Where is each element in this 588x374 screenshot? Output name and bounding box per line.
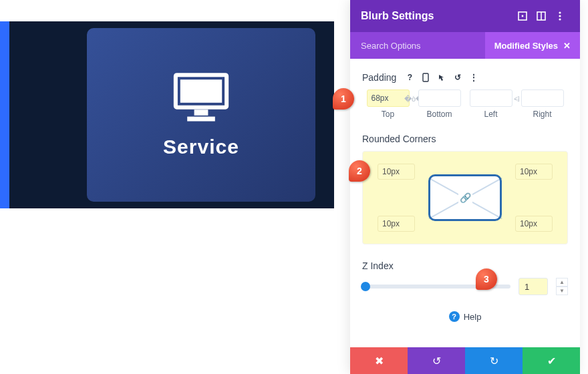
svg-rect-1	[180, 79, 222, 103]
padding-top-label: Top	[382, 110, 394, 119]
section-label: Padding	[362, 72, 396, 83]
svg-point-9	[559, 15, 561, 17]
link-corners-icon[interactable]: 🔗	[458, 191, 472, 204]
corner-tl-input[interactable]: 10px	[378, 164, 415, 180]
panel-subbar: Search Options Modified Styles ✕	[350, 32, 580, 59]
help-link[interactable]: ? Help	[362, 311, 568, 322]
blurb-card[interactable]: Service	[87, 28, 315, 202]
responsive-icon[interactable]	[419, 71, 432, 84]
padding-right-label: Right	[533, 110, 551, 119]
redo-button[interactable]: ↻	[465, 347, 523, 374]
svg-point-5	[522, 15, 524, 17]
cancel-button[interactable]: ✖	[350, 347, 408, 374]
help-badge-icon: ?	[449, 311, 460, 322]
annotation-3: 3	[476, 268, 497, 290]
card-title: Service	[163, 136, 239, 158]
panel-footer: ✖ ↺ ↻ ✔	[350, 347, 580, 374]
panel-layout-icon[interactable]	[532, 7, 551, 25]
padding-label-row: Padding ? ↺ ⋮	[362, 71, 568, 84]
chip-close-icon[interactable]: ✕	[563, 41, 571, 51]
zindex-stepper: ▲ ▼	[556, 278, 568, 295]
expand-icon[interactable]	[513, 7, 532, 25]
step-down-icon[interactable]: ▼	[556, 287, 568, 295]
padding-right-input[interactable]	[521, 89, 564, 107]
svg-rect-2	[194, 110, 208, 116]
step-up-icon[interactable]: ▲	[556, 278, 568, 287]
padding-top-cell: Top �ò�	[362, 89, 414, 119]
svg-point-10	[559, 18, 561, 20]
section-label: Z Index	[362, 260, 568, 271]
padding-bottom-label: Bottom	[426, 110, 452, 119]
more-icon[interactable]: ⋮	[467, 71, 480, 84]
panel-header: Blurb Settings	[350, 0, 580, 32]
padding-bottom-cell: Bottom	[414, 89, 465, 119]
zindex-input[interactable]: 1	[519, 278, 548, 295]
padding-right-cell: Right	[517, 89, 568, 119]
undo-button[interactable]: ↺	[408, 347, 465, 374]
help-label: Help	[464, 312, 482, 322]
padding-inputs: Top �ò� Bottom Left ⩤ Right	[362, 89, 568, 119]
page-preview: Service	[0, 21, 334, 208]
padding-top-input[interactable]	[367, 89, 410, 107]
rounded-corners-section: Rounded Corners 10px 10px 10px 10px 🔗	[362, 134, 568, 244]
reset-icon[interactable]: ↺	[451, 71, 464, 84]
padding-left-cell: Left ⩤	[465, 89, 517, 119]
padding-left-label: Left	[484, 110, 497, 119]
search-options-label[interactable]: Search Options	[361, 41, 421, 51]
rounded-corners-box: 10px 10px 10px 10px 🔗	[362, 151, 568, 244]
panel-title: Blurb Settings	[361, 10, 513, 22]
save-button[interactable]: ✔	[523, 347, 580, 374]
hover-icon[interactable]	[435, 71, 448, 84]
preview-accent-bar	[0, 21, 9, 208]
panel-body: Padding ? ↺ ⋮ Top �ò� Bottom	[350, 59, 580, 347]
corner-br-input[interactable]: 10px	[515, 216, 553, 232]
monitor-icon	[171, 71, 231, 124]
annotation-2: 2	[349, 160, 370, 182]
slider-thumb[interactable]	[361, 282, 370, 291]
kebab-menu-icon[interactable]	[551, 7, 569, 25]
svg-rect-11	[423, 73, 428, 81]
modified-styles-chip[interactable]: Modified Styles ✕	[485, 32, 580, 59]
svg-rect-3	[187, 117, 215, 122]
chip-label: Modified Styles	[494, 41, 558, 51]
padding-bottom-input[interactable]	[418, 89, 461, 107]
annotation-1: 1	[333, 88, 354, 110]
corner-tr-input[interactable]: 10px	[515, 164, 553, 180]
svg-point-8	[559, 11, 561, 13]
help-icon[interactable]: ?	[403, 71, 416, 84]
section-label: Rounded Corners	[362, 134, 568, 144]
settings-panel: Blurb Settings Search Options Modified S…	[350, 0, 580, 374]
zindex-section: Z Index 1 ▲ ▼	[362, 260, 568, 295]
corner-bl-input[interactable]: 10px	[378, 216, 415, 232]
padding-left-input[interactable]	[470, 89, 512, 107]
corner-preview-rect: 🔗	[428, 174, 502, 221]
